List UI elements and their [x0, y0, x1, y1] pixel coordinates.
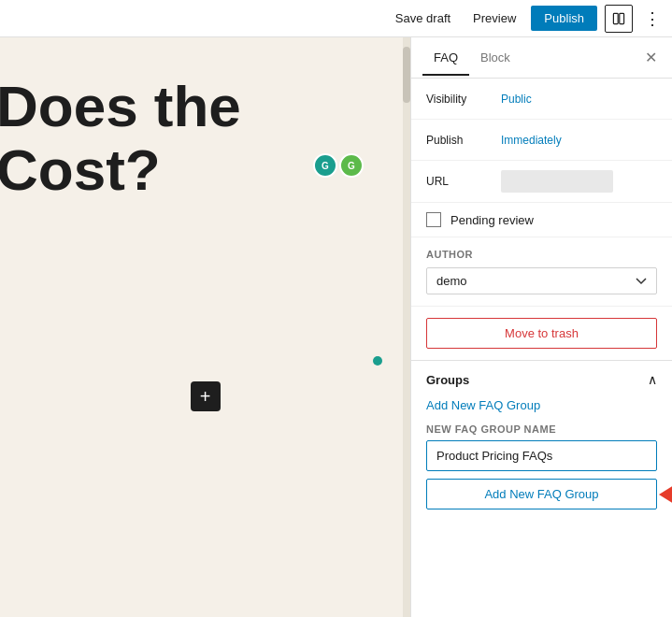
heading-line2: Cost? — [0, 137, 161, 202]
groups-section: Groups ∧ Add New FAQ Group NEW FAQ GROUP… — [411, 360, 672, 524]
more-options-button[interactable]: ⋮ — [640, 7, 665, 31]
groups-header[interactable]: Groups ∧ — [411, 361, 672, 398]
avatar-teal: G — [313, 153, 337, 178]
pending-review-label: Pending review — [450, 213, 534, 227]
tab-faq[interactable]: FAQ — [422, 41, 469, 76]
visibility-label: Visibility — [426, 93, 501, 106]
panel-body: Visibility Public Publish Immediately UR… — [411, 79, 672, 617]
move-to-trash-button[interactable]: Move to trash — [426, 318, 657, 349]
svg-rect-1 — [620, 13, 624, 23]
url-value — [501, 170, 613, 193]
add-new-faq-group-link[interactable]: Add New FAQ Group — [426, 398, 657, 412]
groups-body: Add New FAQ Group NEW FAQ GROUP NAME Add… — [411, 398, 672, 524]
new-faq-group-name-input[interactable] — [426, 440, 657, 471]
svg-rect-0 — [613, 13, 618, 23]
visibility-row: Visibility Public — [411, 79, 672, 120]
groups-chevron-icon: ∧ — [648, 372, 657, 387]
scrollbar-thumb — [403, 47, 410, 103]
pending-review-row: Pending review — [411, 203, 672, 237]
groups-title: Groups — [426, 373, 469, 387]
arrow-indicator — [659, 485, 672, 504]
panel-close-button[interactable]: ✕ — [641, 47, 661, 69]
publish-label: Publish — [426, 134, 501, 147]
publish-value[interactable]: Immediately — [501, 134, 562, 147]
editor-content: Does the Cost? — [0, 37, 410, 221]
pending-review-checkbox[interactable] — [426, 212, 441, 227]
toolbar: Save draft Preview Publish ⋮ — [0, 0, 672, 37]
sidebar-panel: FAQ Block ✕ Visibility Public Publish Im… — [410, 37, 672, 617]
add-faq-group-btn-wrapper: Add New FAQ Group — [426, 479, 657, 509]
editor-avatars: G G — [313, 153, 364, 178]
heading-line1: Does the — [0, 74, 241, 138]
author-label: AUTHOR — [426, 249, 657, 260]
add-faq-group-button[interactable]: Add New FAQ Group — [426, 479, 657, 509]
editor-heading: Does the Cost? — [0, 75, 392, 202]
main-layout: Does the Cost? G G + FAQ Block ✕ Visibil… — [0, 37, 672, 617]
publish-row: Publish Immediately — [411, 120, 672, 161]
panel-tabs: FAQ Block ✕ — [411, 37, 672, 79]
editor-dot — [373, 356, 382, 366]
author-section: AUTHOR demo — [411, 237, 672, 307]
publish-button[interactable]: Publish — [531, 6, 597, 31]
layout-icon — [611, 11, 626, 26]
scrollbar[interactable] — [403, 37, 410, 617]
avatar-green: G — [339, 153, 364, 178]
tab-block[interactable]: Block — [469, 41, 522, 76]
url-label: URL — [426, 175, 501, 188]
layout-icon-button[interactable] — [605, 5, 633, 33]
author-select[interactable]: demo — [426, 267, 657, 294]
editor-area: Does the Cost? G G + — [0, 37, 410, 617]
visibility-value[interactable]: Public — [501, 93, 532, 106]
preview-button[interactable]: Preview — [465, 7, 523, 29]
new-faq-group-name-label: NEW FAQ GROUP NAME — [426, 423, 657, 435]
add-block-button[interactable]: + — [191, 381, 221, 411]
url-row: URL — [411, 161, 672, 203]
save-draft-button[interactable]: Save draft — [388, 7, 458, 29]
